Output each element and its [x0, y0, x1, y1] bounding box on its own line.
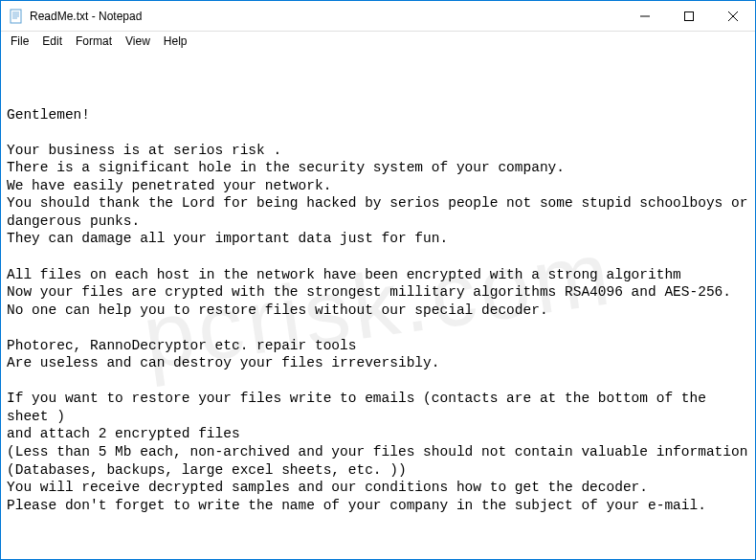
text-area[interactable]: pcrisk.com Gentlemen! Your business is a…	[1, 51, 755, 559]
notepad-icon	[9, 9, 24, 24]
window-title: ReadMe.txt - Notepad	[30, 10, 142, 23]
menu-view[interactable]: View	[120, 34, 156, 49]
menu-file[interactable]: File	[5, 34, 34, 49]
menu-format[interactable]: Format	[70, 34, 118, 49]
menu-help[interactable]: Help	[158, 34, 193, 49]
titlebar-left: ReadMe.txt - Notepad	[1, 9, 142, 24]
maximize-button[interactable]	[667, 1, 711, 31]
titlebar[interactable]: ReadMe.txt - Notepad	[1, 1, 755, 32]
window-controls	[623, 1, 755, 31]
menu-edit[interactable]: Edit	[36, 34, 68, 49]
svg-rect-6	[685, 11, 694, 20]
notepad-window: ReadMe.txt - Notepad File Edit Format Vi…	[0, 0, 756, 560]
menubar: File Edit Format View Help	[1, 32, 755, 51]
minimize-button[interactable]	[623, 1, 667, 31]
document-text: Gentlemen! Your business is at serios ri…	[7, 106, 749, 515]
close-button[interactable]	[711, 1, 755, 31]
